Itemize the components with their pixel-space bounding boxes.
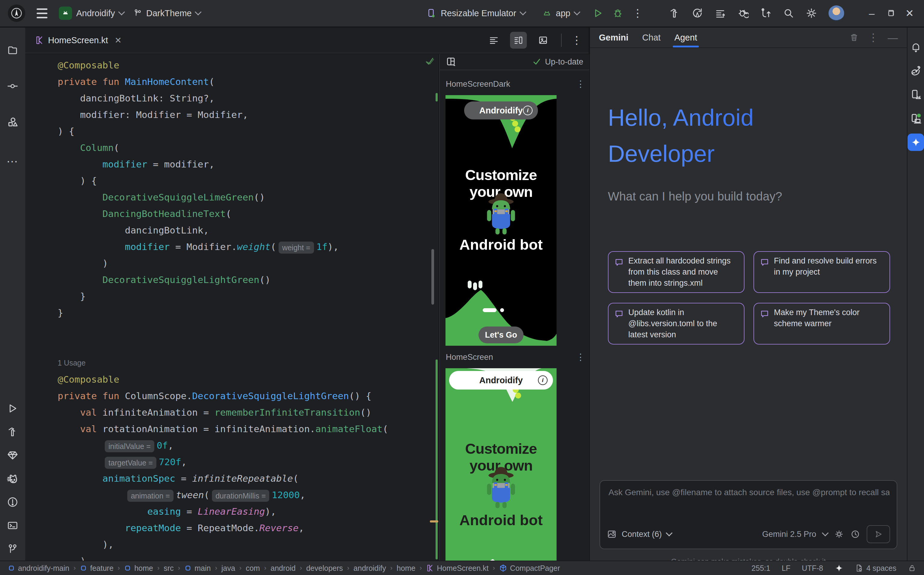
caret-position[interactable]: 255:1 [751, 564, 770, 573]
tab-close-icon[interactable]: ✕ [115, 35, 122, 45]
breadcrumb-item[interactable]: main [184, 564, 211, 573]
window-close-button[interactable]: ✕ [903, 7, 916, 19]
project-tool-icon[interactable] [7, 44, 18, 56]
suggestion-card[interactable]: Make my Theme's color scheme warmer [754, 303, 890, 345]
gradle-icon[interactable] [910, 65, 922, 77]
info-icon[interactable]: i [538, 375, 547, 385]
prompt-input[interactable] [608, 488, 890, 497]
context-selector[interactable]: Context (6) [622, 530, 662, 539]
preview-item-menu[interactable]: ⋮ [576, 79, 585, 89]
gradle-sync-icon[interactable] [692, 8, 703, 19]
info-icon[interactable]: i [523, 106, 533, 115]
encoding-selector[interactable]: UTF-8 [802, 564, 823, 573]
suggestion-card[interactable]: Find and resolve build errors in my proj… [754, 251, 890, 293]
device-manager-icon[interactable] [910, 89, 922, 101]
main-menu-button[interactable] [34, 6, 50, 21]
debug-button[interactable] [612, 8, 623, 19]
breadcrumb-item[interactable]: com [246, 564, 260, 573]
more-tools-button[interactable]: … [0, 146, 25, 170]
device-name: Resizable Emulator [441, 8, 516, 18]
build-tool-icon[interactable] [7, 426, 18, 438]
search-everywhere-icon[interactable] [783, 8, 794, 19]
delete-conversation-icon[interactable] [849, 33, 859, 42]
settings-icon[interactable] [806, 8, 817, 19]
breadcrumb-item[interactable]: developers [306, 564, 343, 573]
more-run-options-button[interactable]: ⋮ [632, 8, 643, 19]
history-icon[interactable] [851, 529, 860, 539]
ai-status-icon[interactable] [835, 564, 844, 573]
gemini-tool-button[interactable] [908, 133, 924, 151]
gemini-settings-icon[interactable] [834, 529, 844, 539]
window-minimize-button[interactable]: – [865, 8, 878, 19]
vcs-update-icon[interactable] [760, 8, 771, 19]
code-view-button[interactable] [485, 32, 502, 49]
split-view-button[interactable] [510, 32, 527, 49]
build-variants-icon[interactable] [714, 8, 726, 19]
breadcrumb-item[interactable]: androidify-main [8, 564, 69, 573]
breadcrumb-item[interactable]: home [396, 564, 415, 573]
terminal-icon[interactable] [7, 520, 18, 531]
preview-label: HomeScreenDark [446, 79, 511, 89]
editor-vertical-scrollbar[interactable] [431, 249, 434, 305]
gemini-subtitle: What can I help you build today? [608, 190, 782, 203]
breadcrumb-item[interactable]: HomeScreen.kt [426, 564, 488, 573]
model-selector[interactable]: Gemini 2.5 Pro [762, 530, 816, 539]
notifications-icon[interactable] [910, 42, 922, 53]
breadcrumb-item[interactable]: src [164, 564, 173, 573]
build-icon[interactable] [669, 8, 680, 19]
user-avatar[interactable] [829, 5, 844, 21]
design-view-button[interactable] [534, 32, 552, 49]
headline-text-2: Android bot [445, 511, 557, 529]
breadcrumb-item[interactable]: java [221, 564, 235, 573]
logcat-icon[interactable] [6, 472, 19, 485]
suggestion-card[interactable]: Update kotlin in @libs.version.toml to t… [608, 303, 744, 345]
hide-panel-button[interactable]: — [888, 32, 898, 43]
run-config-name: app [556, 8, 570, 18]
preview-phone-light[interactable]: Androidify i Customizeyour own Android b… [445, 368, 557, 561]
gemini-panel: Gemini Chat Agent ⋮ — Hello, Android Dev… [590, 28, 907, 561]
breadcrumb-item[interactable]: home [124, 564, 153, 573]
gemini-options-button[interactable]: ⋮ [868, 32, 879, 43]
wave-shape [445, 548, 557, 561]
apply-changes-icon[interactable] [737, 8, 749, 19]
tab-homescreen-kt[interactable]: HomeScreen.kt ✕ [32, 28, 124, 53]
send-button[interactable] [867, 525, 890, 543]
branch-selector[interactable]: DarkTheme [133, 8, 201, 18]
breadcrumb-separator: › [178, 564, 180, 572]
run-tool-icon[interactable] [7, 403, 18, 414]
running-devices-icon[interactable] [910, 113, 922, 124]
editor-options-button[interactable]: ⋮ [571, 35, 582, 46]
breadcrumb-item[interactable]: android [270, 564, 296, 573]
attach-image-icon[interactable] [607, 529, 617, 539]
problems-icon[interactable] [7, 496, 18, 508]
run-button[interactable] [593, 8, 603, 19]
preview-item-menu[interactable]: ⋮ [576, 352, 585, 362]
breadcrumb-item[interactable]: androidify [354, 564, 386, 573]
run-config-selector[interactable]: app [542, 8, 579, 18]
breadcrumb[interactable]: androidify-main›feature›home›src›main›ja… [8, 564, 745, 573]
gemini-input-box[interactable]: Context (6) Gemini 2.5 Pro [600, 480, 897, 549]
commit-tool-icon[interactable] [7, 80, 18, 92]
lets-go-button[interactable]: Let's Go [479, 327, 523, 343]
tab-chat[interactable]: Chat [642, 28, 660, 48]
app-insights-icon[interactable] [6, 449, 19, 461]
breadcrumb-item[interactable]: CompactPager [499, 564, 560, 573]
android-bot-image [480, 191, 522, 240]
breadcrumb-item[interactable]: feature [80, 564, 113, 573]
app-top-bar: Androidify i [464, 102, 538, 119]
preview-layout-icon[interactable] [446, 56, 456, 67]
code-editor[interactable]: @Composableprivate fun MainHomeContent( … [25, 54, 439, 561]
readonly-lock-icon[interactable] [908, 564, 916, 572]
line-ending-selector[interactable]: LF [782, 564, 790, 573]
tab-agent[interactable]: Agent [674, 28, 697, 48]
device-selector[interactable]: Resizable Emulator [426, 8, 525, 18]
inspection-ok-icon[interactable] [425, 56, 435, 67]
preview-phone-dark[interactable]: Androidify i Customizeyour own Android b… [445, 95, 557, 346]
change-marker [436, 93, 438, 102]
suggestion-card[interactable]: Extract all hardcoded strings from this … [608, 251, 744, 293]
project-selector[interactable]: Androidify [59, 6, 124, 20]
indent-selector[interactable]: 4 spaces [855, 564, 896, 573]
window-maximize-button[interactable] [886, 9, 895, 18]
resource-manager-icon[interactable] [6, 116, 19, 128]
version-control-icon[interactable] [7, 543, 18, 554]
